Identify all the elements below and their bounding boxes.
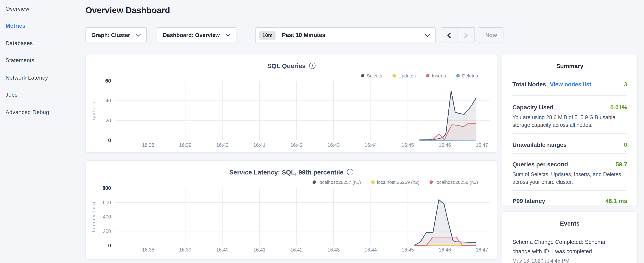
summary-row-unavailable-ranges: Unavailable ranges 0 <box>512 141 627 148</box>
p99-latency-value: 46.1 ms <box>605 197 627 204</box>
queries-per-second-value: 59.7 <box>616 161 628 168</box>
events-title: Events <box>512 220 627 227</box>
x-tick-label: 16:41 <box>253 142 266 148</box>
x-tick-label: 16:45 <box>402 142 414 148</box>
x-tick-label: 16:46 <box>438 247 451 252</box>
service-latency-plot: 16:3816:3916:4016:4116:4216:4316:4416:45… <box>86 161 498 260</box>
y-tick-label: 20 <box>106 118 111 123</box>
service-latency-chart-card: Service Latency: SQL, 99th percentile i … <box>86 160 497 259</box>
y-tick-label: 0 <box>108 137 111 143</box>
page-title: Overview Dashboard <box>86 6 170 15</box>
time-range-label: Past 10 Minutes <box>282 32 325 38</box>
chevron-left-icon <box>447 32 452 39</box>
sidebar-item-advanced-debug[interactable]: Advanced Debug <box>0 103 81 121</box>
time-range-selector[interactable]: 10m Past 10 Minutes <box>255 27 436 43</box>
y-axis-title: queries <box>91 102 96 120</box>
sidebar: Overview Metrics Databases Statements Ne… <box>0 0 81 263</box>
qps-description: Sum of Selects, Updates, Inserts, and De… <box>512 171 627 186</box>
view-nodes-list-link[interactable]: View nodes list <box>550 81 591 88</box>
summary-row-qps: Queries per second 59.7 <box>512 161 627 168</box>
y-tick-label: 200 <box>103 228 111 234</box>
sidebar-item-metrics[interactable]: Metrics <box>0 17 81 35</box>
next-time-button[interactable] <box>458 28 474 43</box>
graph-dropdown-label: Graph: Cluster <box>92 32 130 38</box>
controls-divider <box>246 27 246 43</box>
sidebar-item-databases[interactable]: Databases <box>0 35 81 52</box>
dashboard-dropdown-label: Dashboard: Overview <box>163 32 220 38</box>
y-tick-label: 0 <box>108 242 111 248</box>
x-tick-label: 16:44 <box>365 142 377 148</box>
x-tick-label: 16:40 <box>216 142 228 148</box>
summary-row-p99-latency: P99 latency 46.1 ms <box>512 197 627 204</box>
summary-row-total-nodes: Total NodesView nodes list 3 <box>512 80 627 88</box>
sidebar-item-statements[interactable]: Statements <box>0 52 81 69</box>
x-tick-label: 16:38 <box>142 142 154 148</box>
x-tick-label: 16:42 <box>290 247 303 252</box>
capacity-description: You are using 28.6 MiB of 515.9 GiB usab… <box>512 114 627 129</box>
unavailable-ranges-label: Unavailable ranges <box>512 141 566 148</box>
sidebar-item-network-latency[interactable]: Network Latency <box>0 69 81 86</box>
sidebar-item-overview[interactable]: Overview <box>0 0 81 17</box>
y-axis-title: latency (ms) <box>91 201 96 232</box>
divider <box>512 95 627 96</box>
now-button[interactable]: Now <box>479 27 504 43</box>
total-nodes-value: 3 <box>624 81 627 88</box>
event-item-text: Schema Change Completed: Schema change w… <box>512 237 614 256</box>
time-range-badge: 10m <box>260 31 276 39</box>
app-root: Overview Metrics Databases Statements Ne… <box>0 0 644 263</box>
unavailable-ranges-value: 0 <box>624 141 627 148</box>
chevron-down-icon <box>136 34 141 37</box>
x-tick-label: 16:46 <box>438 142 451 148</box>
x-tick-label: 16:43 <box>328 247 340 252</box>
summary-row-capacity: Capacity Used 0.01% <box>512 104 627 111</box>
chevron-down-icon <box>425 34 430 37</box>
total-nodes-label: Total Nodes <box>512 81 546 88</box>
events-panel: Events Schema Change Completed: Schema c… <box>502 211 638 263</box>
chevron-right-icon <box>464 32 468 39</box>
x-tick-label: 16:43 <box>328 142 340 148</box>
x-tick-label: 16:44 <box>365 247 377 252</box>
event-item-timestamp: May 13, 2020 at 4:45 PM <box>512 258 627 263</box>
y-tick-label: 60 <box>105 78 111 84</box>
divider <box>512 133 627 134</box>
x-tick-label: 16:47 <box>476 247 488 252</box>
capacity-used-value: 0.01% <box>610 104 627 111</box>
x-tick-label: 16:42 <box>290 142 303 148</box>
y-tick-label: 600 <box>103 200 111 205</box>
sql-queries-plot: 16:3816:3916:4016:4116:4216:4316:4416:45… <box>86 55 498 153</box>
x-tick-label: 16:38 <box>142 247 154 252</box>
dashboard-dropdown[interactable]: Dashboard: Overview <box>157 27 236 43</box>
chevron-down-icon <box>226 34 230 37</box>
divider <box>512 190 627 191</box>
y-tick-label: 40 <box>106 98 111 103</box>
divider <box>512 153 627 154</box>
p99-latency-label: P99 latency <box>512 197 545 204</box>
summary-title: Summary <box>512 63 627 69</box>
y-tick-label: 800 <box>102 185 111 191</box>
sql-queries-chart-card: SQL Queries i SelectsUpdatesInsertsDelet… <box>86 54 497 153</box>
queries-per-second-label: Queries per second <box>512 161 568 168</box>
x-tick-label: 16:39 <box>179 247 192 252</box>
previous-time-button[interactable] <box>442 28 458 43</box>
summary-panel: Summary Total NodesView nodes list 3 Cap… <box>502 54 638 206</box>
sidebar-item-jobs[interactable]: Jobs <box>0 86 81 103</box>
x-tick-label: 16:39 <box>179 142 192 148</box>
graph-dropdown[interactable]: Graph: Cluster <box>86 27 147 43</box>
x-tick-label: 16:40 <box>216 247 228 252</box>
time-step-buttons <box>441 27 474 43</box>
x-tick-label: 16:47 <box>476 142 488 148</box>
y-tick-label: 400 <box>103 214 111 220</box>
x-tick-label: 16:41 <box>253 247 266 252</box>
x-tick-label: 16:45 <box>402 247 414 252</box>
capacity-used-label: Capacity Used <box>512 104 554 111</box>
